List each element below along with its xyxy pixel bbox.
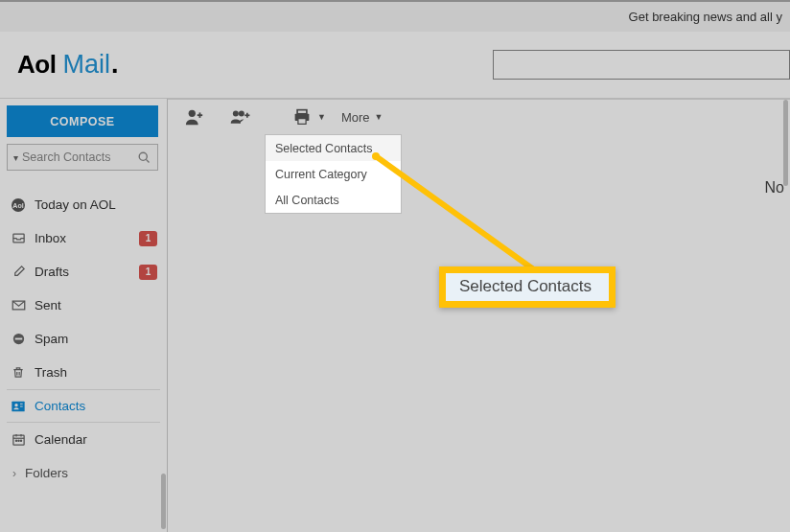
contacts-icon [9, 397, 28, 416]
caret-down-icon: ▼ [375, 112, 383, 122]
svg-rect-7 [12, 401, 24, 411]
callout-box: Selected Contacts [439, 266, 616, 308]
svg-rect-25 [297, 110, 307, 114]
nav-inbox-label: Inbox [35, 231, 66, 245]
nav-drafts-label: Drafts [35, 265, 69, 279]
search-contacts-placeholder: Search Contacts [22, 150, 110, 164]
print-dropdown: Selected Contacts Current Category All C… [265, 134, 402, 214]
nav-trash[interactable]: Trash [7, 356, 160, 389]
spam-icon [9, 330, 28, 349]
svg-rect-6 [14, 338, 22, 340]
dd-all-label: All Contacts [275, 194, 339, 207]
header: Aol Mail . [0, 32, 790, 99]
drafts-icon [9, 263, 28, 282]
dropdown-selected-contacts[interactable]: Selected Contacts [266, 135, 401, 161]
add-contact-icon[interactable] [183, 105, 206, 128]
chevron-down-icon: ▾ [13, 152, 18, 163]
dropdown-all-contacts[interactable]: All Contacts [266, 187, 401, 213]
content-scrollbar[interactable] [783, 100, 788, 186]
svg-point-0 [139, 152, 147, 160]
svg-text:Aol: Aol [12, 202, 23, 209]
search-contacts-input[interactable]: ▾ Search Contacts [7, 144, 158, 171]
toolbar: ▼ More ▼ [168, 100, 790, 134]
drafts-badge: 1 [139, 265, 157, 280]
more-label: More [341, 110, 370, 125]
svg-rect-27 [298, 119, 306, 125]
svg-point-15 [15, 440, 16, 441]
inbox-icon [9, 229, 28, 248]
nav-contacts[interactable]: Contacts [7, 389, 160, 423]
svg-point-8 [14, 404, 17, 406]
nav-spam-label: Spam [35, 332, 68, 346]
more-button[interactable]: More ▼ [341, 110, 383, 125]
nav-sent-label: Sent [35, 298, 61, 312]
sent-icon [9, 296, 28, 315]
dd-selected-label: Selected Contacts [275, 142, 372, 155]
calendar-icon [9, 430, 28, 450]
logo: Aol Mail . [17, 50, 118, 80]
trash-icon [9, 363, 28, 382]
logo-mail: Mail [62, 50, 110, 80]
search-icon [137, 150, 151, 165]
nav-spam[interactable]: Spam [7, 322, 160, 356]
nav-sent[interactable]: Sent [7, 289, 160, 322]
nav-trash-label: Trash [35, 365, 67, 380]
svg-point-17 [20, 440, 21, 441]
chevron-right-icon: › [12, 467, 16, 480]
header-search-input[interactable] [493, 50, 790, 80]
dropdown-current-category[interactable]: Current Category [266, 161, 401, 187]
dd-current-label: Current Category [275, 168, 367, 181]
svg-point-22 [239, 111, 244, 117]
no-contacts-text: No [765, 179, 784, 197]
callout-text: Selected Contacts [459, 277, 592, 295]
sidebar-scrollbar[interactable] [161, 474, 166, 529]
nav-calendar-label: Calendar [35, 432, 87, 447]
logo-aol: Aol [17, 50, 56, 80]
banner-text: Get breaking news and all y [629, 10, 782, 24]
nav-contacts-label: Contacts [35, 399, 85, 413]
add-group-icon[interactable] [229, 105, 252, 128]
svg-point-16 [17, 440, 18, 441]
svg-point-21 [233, 111, 239, 117]
print-caret-icon[interactable]: ▼ [317, 112, 326, 122]
content-area: ▼ More ▼ Selected Contacts Current Categ… [168, 99, 790, 532]
compose-button[interactable]: COMPOSE [7, 105, 158, 137]
nav-folders[interactable]: › Folders [7, 456, 160, 490]
nav-inbox[interactable]: Inbox 1 [7, 221, 160, 255]
nav-today[interactable]: Aol Today on AOL [7, 188, 160, 221]
svg-line-1 [146, 159, 149, 162]
nav: Aol Today on AOL Inbox 1 Drafts 1 [7, 188, 160, 490]
nav-calendar[interactable]: Calendar [7, 423, 160, 456]
nav-drafts[interactable]: Drafts 1 [7, 255, 160, 289]
svg-point-18 [189, 110, 196, 117]
inbox-badge: 1 [139, 231, 157, 246]
nav-today-label: Today on AOL [35, 197, 116, 212]
nav-folders-label: Folders [25, 466, 68, 480]
top-banner: Get breaking news and all y [0, 0, 790, 32]
print-icon[interactable] [290, 105, 314, 128]
aol-circle-icon: Aol [9, 196, 28, 215]
sidebar: COMPOSE ▾ Search Contacts Aol Today on A… [0, 99, 168, 532]
logo-dot: . [111, 50, 119, 80]
